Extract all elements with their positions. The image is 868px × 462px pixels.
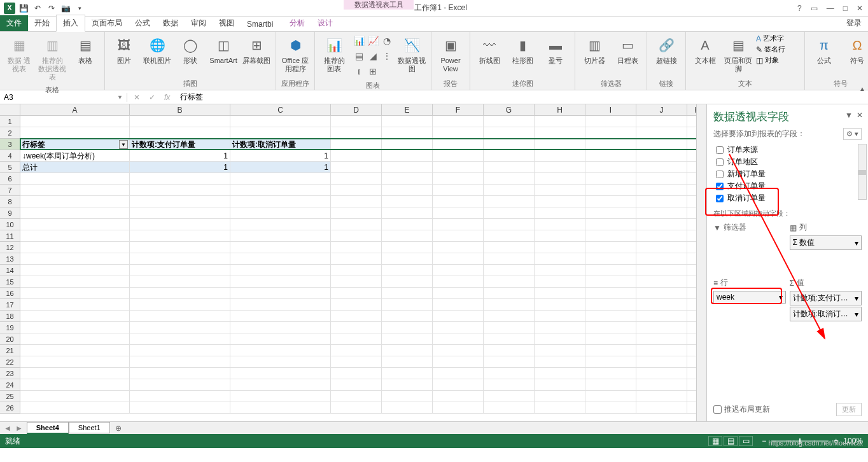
cell-J2[interactable] xyxy=(636,127,687,139)
row-header-16[interactable]: 16 xyxy=(0,288,20,299)
object-icon[interactable]: ◫ xyxy=(756,56,763,65)
cell-G22[interactable] xyxy=(484,356,535,368)
cell-D21[interactable] xyxy=(331,345,382,356)
cell-B14[interactable] xyxy=(130,265,230,276)
cell-D7[interactable] xyxy=(331,185,382,196)
cell-K6[interactable] xyxy=(687,173,696,185)
tab-formulas[interactable]: 公式 xyxy=(129,15,157,31)
field-checkbox-0[interactable] xyxy=(716,146,724,154)
cell-I5[interactable] xyxy=(585,162,636,173)
cell-C16[interactable] xyxy=(230,288,331,299)
tab-analyze[interactable]: 分析 xyxy=(283,15,311,31)
col-header-I[interactable]: I xyxy=(585,104,636,116)
cell-H14[interactable] xyxy=(535,265,585,276)
cell-C8[interactable] xyxy=(230,196,331,207)
row-header-4[interactable]: 4 xyxy=(0,150,20,162)
row-header-10[interactable]: 10 xyxy=(0,219,20,230)
cell-F26[interactable] xyxy=(433,402,484,414)
cell-C19[interactable] xyxy=(230,322,331,333)
cell-D19[interactable] xyxy=(331,322,382,333)
nav-first-icon[interactable]: ◄ xyxy=(4,424,11,433)
row-header-18[interactable]: 18 xyxy=(0,311,20,322)
row-header-24[interactable]: 24 xyxy=(0,379,20,391)
cell-B26[interactable] xyxy=(130,402,230,414)
cell-C23[interactable] xyxy=(230,368,331,379)
cell-J10[interactable] xyxy=(636,219,687,230)
cell-B3[interactable]: 计数项:支付订单量 xyxy=(130,139,230,150)
pivot-chart-button[interactable]: 📉数据透视图 xyxy=(396,34,427,74)
row-header-12[interactable]: 12 xyxy=(0,242,20,253)
cell-H4[interactable] xyxy=(535,150,585,162)
cell-I12[interactable] xyxy=(585,242,636,253)
cell-J23[interactable] xyxy=(636,368,687,379)
cell-F17[interactable] xyxy=(433,299,484,311)
field-item-1[interactable]: 订单地区 xyxy=(713,156,862,168)
shapes-button[interactable]: ◯形状 xyxy=(175,34,206,66)
cell-E6[interactable] xyxy=(382,173,433,185)
cell-K20[interactable] xyxy=(687,333,696,345)
cell-H23[interactable] xyxy=(535,368,585,379)
login-link[interactable]: 登录 xyxy=(840,15,868,31)
cell-I7[interactable] xyxy=(585,185,636,196)
symbol-button[interactable]: Ω符号 xyxy=(842,34,868,66)
cell-G6[interactable] xyxy=(484,173,535,185)
cell-G17[interactable] xyxy=(484,299,535,311)
cell-D20[interactable] xyxy=(331,333,382,345)
cell-G14[interactable] xyxy=(484,265,535,276)
cell-D4[interactable] xyxy=(331,150,382,162)
col-header-E[interactable]: E xyxy=(382,104,433,116)
cell-D12[interactable] xyxy=(331,242,382,253)
select-all-corner[interactable] xyxy=(0,104,20,116)
cell-H21[interactable] xyxy=(535,345,585,356)
cell-J15[interactable] xyxy=(636,276,687,288)
cell-C1[interactable] xyxy=(230,116,331,127)
header-footer-button[interactable]: ▤页眉和页脚 xyxy=(723,34,753,74)
cell-B1[interactable] xyxy=(130,116,230,127)
cell-E7[interactable] xyxy=(382,185,433,196)
cell-B12[interactable] xyxy=(130,242,230,253)
pane-dropdown-icon[interactable]: ▼ xyxy=(845,111,853,120)
field-item-0[interactable]: 订单来源 xyxy=(713,144,862,156)
cell-A25[interactable] xyxy=(20,391,130,402)
col-header-J[interactable]: J xyxy=(636,104,687,116)
cell-B4[interactable]: 1 xyxy=(130,150,230,162)
undo-icon[interactable]: ↶ xyxy=(31,2,45,15)
col-header-H[interactable]: H xyxy=(535,104,585,116)
ribbon-display-icon[interactable]: ▭ xyxy=(811,4,818,13)
cell-G7[interactable] xyxy=(484,185,535,196)
cell-H26[interactable] xyxy=(535,402,585,414)
cell-D8[interactable] xyxy=(331,196,382,207)
cell-E5[interactable] xyxy=(382,162,433,173)
row-header-22[interactable]: 22 xyxy=(0,356,20,368)
cell-A3[interactable]: 行标签 xyxy=(20,139,130,150)
tab-page-layout[interactable]: 页面布局 xyxy=(85,15,129,31)
cell-I6[interactable] xyxy=(585,173,636,185)
cell-J16[interactable] xyxy=(636,288,687,299)
cell-E12[interactable] xyxy=(382,242,433,253)
cell-F19[interactable] xyxy=(433,322,484,333)
spreadsheet-grid[interactable]: ABCDEFGHIJK 1234567891011121314151617181… xyxy=(0,104,696,421)
cell-H1[interactable] xyxy=(535,116,585,127)
cell-J9[interactable] xyxy=(636,207,687,219)
cell-A14[interactable] xyxy=(20,265,130,276)
cell-F25[interactable] xyxy=(433,391,484,402)
save-icon[interactable]: 💾 xyxy=(17,2,31,15)
pill-count-cancel[interactable]: 计数项:取消订…▾ xyxy=(790,307,862,321)
cell-C26[interactable] xyxy=(230,402,331,414)
cell-F15[interactable] xyxy=(433,276,484,288)
field-list-scrollbar[interactable] xyxy=(858,144,867,200)
pie-chart-icon[interactable]: ◔ xyxy=(380,34,394,48)
cell-H19[interactable] xyxy=(535,322,585,333)
office-apps-button[interactable]: ⬢Office 应用程序 xyxy=(280,34,311,74)
col-header-F[interactable]: F xyxy=(433,104,484,116)
col-header-B[interactable]: B xyxy=(130,104,230,116)
cell-J4[interactable] xyxy=(636,150,687,162)
add-sheet-button[interactable]: ⊕ xyxy=(110,423,127,434)
cell-C9[interactable] xyxy=(230,207,331,219)
cell-J3[interactable] xyxy=(636,139,687,150)
textbox-button[interactable]: A文本框 xyxy=(690,34,720,66)
cell-G3[interactable] xyxy=(484,139,535,150)
hyperlink-button[interactable]: 🔗超链接 xyxy=(651,34,682,66)
cell-F16[interactable] xyxy=(433,288,484,299)
cell-E11[interactable] xyxy=(382,230,433,242)
